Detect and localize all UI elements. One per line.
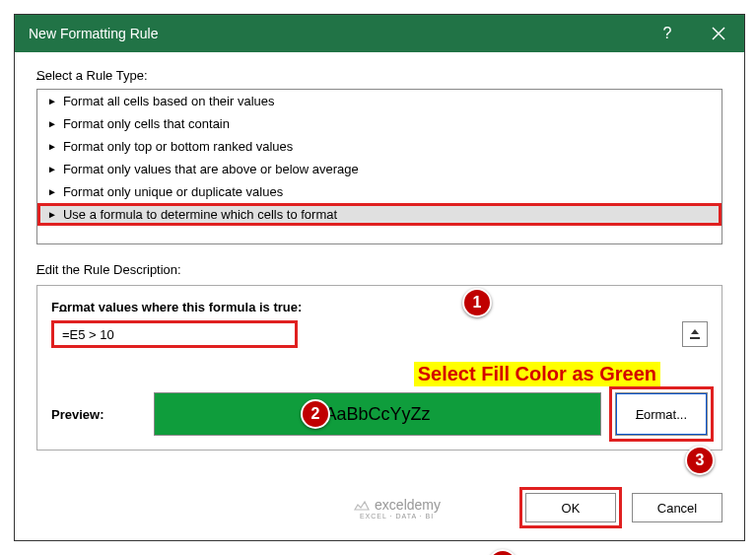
preview-box: AaBbCcYyZz [154, 392, 601, 436]
collapse-icon [688, 327, 702, 341]
edit-rule-description-label: Edit the Rule Description: [36, 262, 722, 277]
cancel-button[interactable]: Cancel [632, 493, 722, 522]
rule-type-item[interactable]: ►Format only values that are above or be… [37, 158, 722, 180]
formula-label: Format values where this formula is true… [51, 300, 708, 320]
annotation-text: Select Fill Color as Green [414, 362, 660, 386]
watermark: exceldemy EXCEL · DATA · BI [353, 497, 441, 520]
close-button[interactable] [693, 15, 744, 52]
dialog-content: Select a Rule Type: ►Format all cells ba… [15, 52, 744, 540]
svg-rect-2 [690, 337, 700, 339]
ok-button[interactable]: OK [525, 493, 616, 522]
arrow-icon: ► [47, 209, 57, 220]
logo-icon [353, 498, 371, 512]
rule-type-listbox[interactable]: ►Format all cells based on their values … [36, 89, 722, 244]
step-badge-4: 4 [488, 549, 517, 555]
titlebar: New Formatting Rule ? [15, 15, 744, 52]
step-badge-2: 2 [301, 399, 330, 429]
collapse-dialog-button[interactable] [682, 321, 708, 347]
format-button[interactable]: Format... [615, 392, 708, 436]
rule-description-box: Format values where this formula is true… [36, 285, 722, 451]
arrow-icon: ► [47, 96, 57, 106]
step-badge-1: 1 [462, 288, 492, 317]
rule-type-item[interactable]: ►Format all cells based on their values [37, 90, 722, 112]
arrow-icon: ► [47, 141, 57, 152]
arrow-icon: ► [47, 186, 57, 197]
formula-input[interactable]: =E5 > 10 [51, 320, 298, 348]
dialog-title: New Formatting Rule [29, 26, 642, 41]
new-formatting-rule-dialog: New Formatting Rule ? Select a Rule Type… [14, 14, 745, 541]
preview-label: Preview: [51, 407, 140, 422]
close-icon [712, 27, 725, 40]
help-button[interactable]: ? [642, 15, 693, 52]
rule-type-item[interactable]: ►Format only top or bottom ranked values [37, 135, 722, 158]
arrow-icon: ► [47, 164, 57, 174]
arrow-icon: ► [47, 118, 57, 129]
select-rule-type-label: Select a Rule Type: [36, 68, 722, 83]
rule-type-item-selected[interactable]: ►Use a formula to determine which cells … [37, 203, 722, 226]
rule-type-item[interactable]: ►Format only cells that contain [37, 112, 722, 135]
rule-type-item[interactable]: ►Format only unique or duplicate values [37, 180, 722, 203]
step-badge-3: 3 [685, 446, 715, 475]
